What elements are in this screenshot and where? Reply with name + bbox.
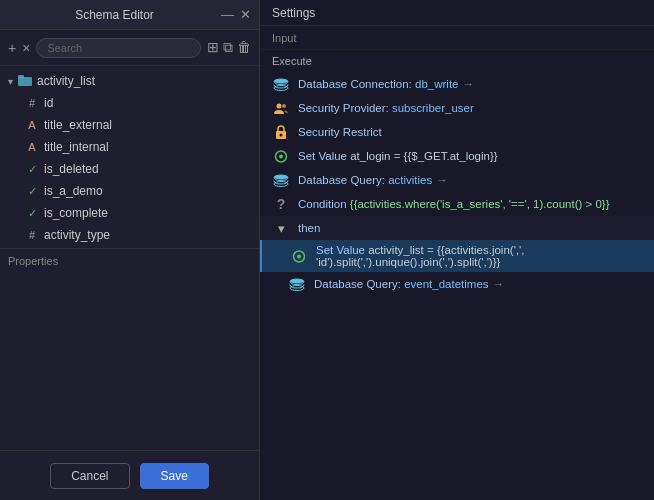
tree-items: #idAtitle_externalAtitle_internal✓is_del…: [0, 92, 259, 248]
remove-field-button[interactable]: ×: [22, 40, 30, 56]
cancel-button[interactable]: Cancel: [50, 463, 129, 489]
flow-item-text: Database Query: activities→: [298, 174, 448, 186]
tree-item[interactable]: Atitle_internal: [0, 136, 259, 158]
text-icon: A: [24, 141, 40, 153]
add-field-button[interactable]: +: [8, 40, 16, 56]
execute-label: Execute: [260, 50, 654, 72]
tree-item-label: is_a_demo: [44, 184, 103, 198]
flow-item[interactable]: ▾then: [260, 216, 654, 240]
copy-icon[interactable]: ⧉: [223, 39, 233, 56]
check-icon: ✓: [24, 163, 40, 176]
tree-item-label: id: [44, 96, 53, 110]
then-icon: ▾: [272, 221, 290, 235]
db-icon: [272, 77, 290, 91]
search-input[interactable]: [36, 38, 201, 58]
chevron-down-icon: ▾: [8, 76, 13, 87]
svg-rect-1: [18, 75, 24, 78]
lock-icon: [272, 125, 290, 139]
schema-tree: ▾ activity_list #idAtitle_externalAtitle…: [0, 66, 259, 248]
tree-item[interactable]: ✓is_deleted: [0, 158, 259, 180]
flow-item[interactable]: Database Query: activities→: [260, 168, 654, 192]
flow-item[interactable]: ?Condition {{activities.where('is_a_seri…: [260, 192, 654, 216]
save-button[interactable]: Save: [140, 463, 209, 489]
delete-icon[interactable]: 🗑: [237, 39, 251, 56]
settings-title: Settings: [260, 0, 654, 26]
flow-item-text: Database Connection: db_write→: [298, 78, 474, 90]
properties-label: Properties: [8, 255, 58, 267]
properties-section: Properties: [0, 248, 259, 276]
panel-controls: — ✕: [221, 8, 251, 21]
flow-item-text: then: [298, 222, 320, 234]
flow-item-text: Security Restrict: [298, 126, 382, 138]
properties-area: [0, 276, 259, 450]
query-icon: [288, 277, 306, 291]
flow-list: Database Connection: db_write→Security P…: [260, 72, 654, 500]
tree-item-label: is_deleted: [44, 162, 99, 176]
svg-point-14: [290, 278, 304, 283]
folder-icon: [17, 74, 33, 88]
svg-point-9: [279, 154, 283, 158]
root-label: activity_list: [37, 74, 95, 88]
tree-item-label: title_internal: [44, 140, 109, 154]
check-icon: ✓: [24, 207, 40, 220]
svg-rect-0: [18, 77, 32, 86]
tree-item-label: is_complete: [44, 206, 108, 220]
flow-item[interactable]: Security Provider: subscriber_user: [260, 96, 654, 120]
svg-point-5: [282, 104, 286, 108]
flow-item-text: Condition {{activities.where('is_a_serie…: [298, 198, 609, 210]
panel-title: Schema Editor: [8, 8, 221, 22]
tree-item[interactable]: ✓is_complete: [0, 202, 259, 224]
flow-item-text: Database Query: event_datetimes→: [314, 278, 504, 290]
cond-icon: ?: [272, 197, 290, 211]
toolbar-icons: ⊞ ⧉ 🗑: [207, 39, 251, 56]
security-icon: [272, 101, 290, 115]
hash-icon: #: [24, 97, 40, 109]
set-icon: [272, 149, 290, 163]
tree-item[interactable]: #activity_type: [0, 224, 259, 246]
flow-item[interactable]: Database Query: event_datetimes→: [260, 272, 654, 296]
svg-point-2: [274, 78, 288, 83]
settings-panel: Settings Input Execute Database Connecti…: [260, 0, 654, 500]
text-icon: A: [24, 119, 40, 131]
flow-item-text: Security Provider: subscriber_user: [298, 102, 474, 114]
query-icon: [272, 173, 290, 187]
minimize-button[interactable]: —: [221, 8, 234, 21]
svg-point-13: [297, 254, 301, 258]
input-section-label: Input: [260, 26, 654, 50]
toolbar-row: + × ⊞ ⧉ 🗑: [0, 30, 259, 66]
tree-item-label: activity_type: [44, 228, 110, 242]
tree-root-activity-list[interactable]: ▾ activity_list: [0, 70, 259, 92]
flow-item-text: Set Value activity_list = {{activities.j…: [316, 244, 642, 268]
tree-item[interactable]: #id: [0, 92, 259, 114]
tree-item[interactable]: ✓is_a_demo: [0, 180, 259, 202]
tree-item[interactable]: Atitle_external: [0, 114, 259, 136]
flow-item[interactable]: Database Connection: db_write→: [260, 72, 654, 96]
bottom-bar: Cancel Save: [0, 450, 259, 500]
svg-point-7: [280, 134, 283, 137]
flow-item[interactable]: Set Value activity_list = {{activities.j…: [260, 240, 654, 272]
hash-icon: #: [24, 229, 40, 241]
grid-icon[interactable]: ⊞: [207, 39, 219, 56]
panel-header: Schema Editor — ✕: [0, 0, 259, 30]
svg-point-4: [277, 103, 282, 108]
svg-point-10: [274, 174, 288, 179]
schema-editor-panel: Schema Editor — ✕ + × ⊞ ⧉ 🗑 ▾ activity_l…: [0, 0, 260, 500]
set-icon: [290, 249, 308, 263]
close-button[interactable]: ✕: [240, 8, 251, 21]
check-icon: ✓: [24, 185, 40, 198]
flow-item[interactable]: Set Value at_login = {{$_GET.at_login}}: [260, 144, 654, 168]
tree-item-label: title_external: [44, 118, 112, 132]
flow-item-text: Set Value at_login = {{$_GET.at_login}}: [298, 150, 498, 162]
flow-item[interactable]: Security Restrict: [260, 120, 654, 144]
